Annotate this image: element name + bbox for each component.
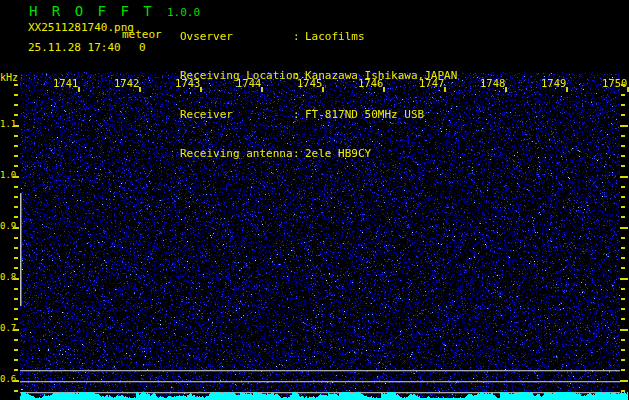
y-tick-minor: [14, 104, 18, 106]
y-tick-minor-right: [621, 114, 625, 116]
y-tick-major: [13, 278, 19, 280]
x-tick-label: 1741: [53, 77, 78, 89]
y-tick-minor-right: [621, 349, 625, 351]
info-value: FT-817ND 50MHz USB: [305, 108, 424, 121]
y-tick-minor: [14, 267, 18, 269]
y-tick-minor: [14, 390, 18, 392]
y-tick-minor: [14, 308, 18, 310]
y-tick-label: 0.6: [0, 374, 14, 384]
y-tick-minor-right: [621, 257, 625, 259]
info-row-antenna: Receiving antenna:2ele HB9CY: [180, 147, 457, 160]
y-tick-minor: [14, 298, 18, 300]
x-tick: [78, 87, 80, 92]
y-tick-minor: [14, 359, 18, 361]
info-row-observer: Ovserver:Lacofilms: [180, 30, 457, 43]
y-tick-label: 1.1: [0, 119, 14, 129]
y-tick-minor: [14, 237, 18, 239]
x-tick: [139, 87, 141, 92]
y-tick-minor-right: [621, 84, 625, 86]
y-tick-minor-right: [621, 298, 625, 300]
y-tick-major-right: [620, 380, 628, 382]
y-tick-minor: [14, 94, 18, 96]
y-tick-minor-right: [621, 237, 625, 239]
y-tick-major: [13, 176, 19, 178]
x-tick: [505, 87, 507, 92]
y-tick-label: 0.9: [0, 221, 14, 231]
y-tick-minor: [14, 84, 18, 86]
x-tick-label: 1746: [358, 77, 383, 89]
y-tick-label: 0.8: [0, 272, 14, 282]
y-tick-minor-right: [621, 247, 625, 249]
info-label: Receiving antenna: [180, 147, 293, 160]
y-tick-minor-right: [621, 104, 625, 106]
y-axis-unit-label: kHz: [0, 72, 18, 83]
y-tick-minor: [14, 349, 18, 351]
x-tick-label: 1742: [114, 77, 139, 89]
timestamp: 25.11.28 17:40: [28, 41, 121, 54]
mode-label: meteor: [122, 28, 162, 41]
x-tick-label: 1745: [297, 77, 322, 89]
y-tick-minor-right: [621, 186, 625, 188]
y-tick-minor: [14, 369, 18, 371]
y-tick-minor: [14, 247, 18, 249]
y-tick-minor-right: [621, 369, 625, 371]
info-separator: :: [293, 108, 305, 121]
y-tick-major-right: [620, 125, 628, 127]
y-tick-minor: [14, 257, 18, 259]
y-tick-minor-right: [621, 196, 625, 198]
y-tick-major-right: [620, 278, 628, 280]
x-tick: [200, 87, 202, 92]
y-tick-minor: [14, 186, 18, 188]
info-label: Ovserver: [180, 30, 293, 43]
y-tick-major: [13, 380, 19, 382]
y-tick-minor: [14, 339, 18, 341]
y-tick-minor-right: [621, 206, 625, 208]
y-tick-minor-right: [621, 308, 625, 310]
y-tick-minor-right: [621, 135, 625, 137]
x-tick-label: 1747: [419, 77, 444, 89]
meteor-count: 0: [139, 41, 146, 54]
y-tick-major-right: [620, 227, 628, 229]
y-tick-minor: [14, 155, 18, 157]
output-filename: XX2511281740.png: [28, 21, 134, 34]
info-label: Receiver: [180, 108, 293, 121]
x-tick-label: 1744: [236, 77, 261, 89]
y-tick-minor: [14, 114, 18, 116]
y-tick-major-right: [620, 329, 628, 331]
app-title: H R O F F T: [29, 3, 155, 19]
y-tick-minor: [14, 145, 18, 147]
x-tick: [383, 87, 385, 92]
y-tick-minor-right: [621, 339, 625, 341]
info-value: 2ele HB9CY: [305, 147, 371, 160]
y-tick-minor-right: [621, 216, 625, 218]
y-tick-minor: [14, 135, 18, 137]
y-tick-major: [13, 227, 19, 229]
x-tick-label: 1749: [541, 77, 566, 89]
info-separator: :: [293, 30, 305, 43]
y-tick-minor: [14, 206, 18, 208]
y-tick-minor: [14, 196, 18, 198]
x-tick-label: 1743: [175, 77, 200, 89]
y-tick-minor-right: [621, 390, 625, 392]
station-info: Ovserver:Lacofilms Receiving Location:Ka…: [180, 4, 457, 186]
y-tick-major: [13, 125, 19, 127]
y-tick-minor-right: [621, 94, 625, 96]
info-row-receiver: Receiver:FT-817ND 50MHz USB: [180, 108, 457, 121]
y-tick-minor-right: [621, 288, 625, 290]
y-tick-minor-right: [621, 359, 625, 361]
y-tick-minor: [14, 165, 18, 167]
x-tick: [322, 87, 324, 92]
y-tick-minor-right: [621, 145, 625, 147]
y-tick-label: 0.7: [0, 323, 14, 333]
y-tick-major-right: [620, 176, 628, 178]
x-tick-label: 1748: [480, 77, 505, 89]
y-tick-minor-right: [621, 267, 625, 269]
hrofft-screenshot: H R O F F T 1.0.0 XX2511281740.png meteo…: [0, 0, 629, 400]
y-tick-minor-right: [621, 155, 625, 157]
info-value: Lacofilms: [305, 30, 365, 43]
info-separator: :: [293, 147, 305, 160]
x-tick: [566, 87, 568, 92]
y-tick-minor: [14, 288, 18, 290]
x-tick-label: 1750: [602, 77, 627, 89]
x-tick: [444, 87, 446, 92]
